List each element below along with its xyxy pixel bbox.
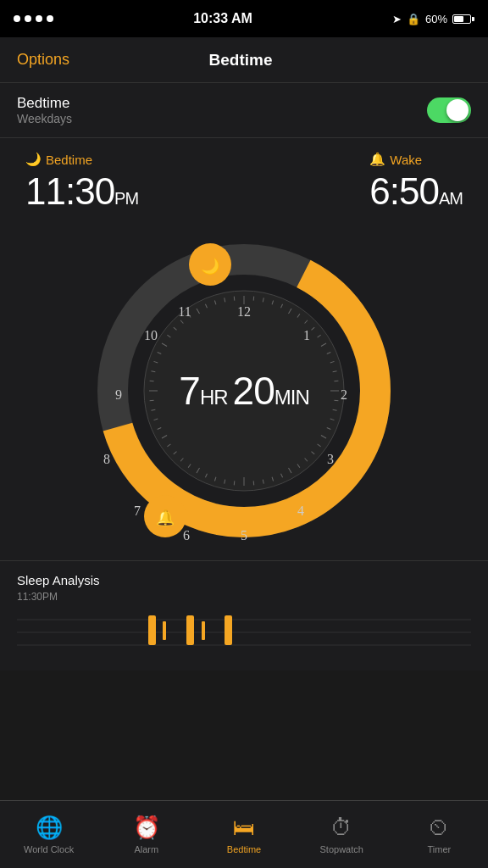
bedtime-time: 11:30PM: [25, 170, 138, 213]
battery-icon: [452, 14, 474, 24]
tab-alarm[interactable]: ⏰ Alarm: [97, 815, 195, 854]
tab-timer[interactable]: ⏲ Timer: [391, 815, 488, 854]
tab-world-clock-label: World Clock: [24, 844, 74, 854]
svg-line-51: [150, 400, 154, 401]
sleep-clock: 12 1 2 3 4 5 6 7 8 9 10 11 🌙 🔔 7HR20MIN: [0, 221, 488, 560]
svg-text:11: 11: [178, 304, 191, 319]
alarm-icon: ⏰: [133, 815, 160, 841]
svg-line-27: [334, 381, 338, 381]
location-icon: ➤: [392, 13, 402, 25]
tab-world-clock[interactable]: 🌐 World Clock: [0, 815, 97, 854]
tab-alarm-label: Alarm: [134, 844, 158, 854]
status-bar: 10:33 AM ➤ 🔒 60%: [0, 0, 488, 37]
page-title: Bedtime: [209, 51, 273, 70]
bell-icon: 🔔: [369, 152, 385, 167]
wake-block: 🔔 Wake 6:50AM: [369, 152, 463, 213]
svg-text:12: 12: [237, 304, 251, 319]
minutes-value: 20: [233, 369, 274, 413]
bedtime-icon: 🛏: [233, 815, 255, 841]
svg-text:3: 3: [327, 452, 334, 466]
svg-text:🌙: 🌙: [201, 257, 220, 275]
svg-text:7: 7: [134, 504, 141, 518]
nav-bar: Options Bedtime: [0, 37, 488, 83]
battery-percent: 60%: [425, 13, 447, 25]
bedtime-label: Bedtime Weekdays: [17, 95, 72, 125]
svg-line-63: [234, 297, 235, 301]
status-right: ➤ 🔒 60%: [392, 13, 474, 25]
tab-bedtime[interactable]: 🛏 Bedtime: [195, 815, 292, 854]
tab-bar: 🌐 World Clock ⏰ Alarm 🛏 Bedtime ⏱ Stopwa…: [0, 800, 488, 868]
sleep-duration: 7HR20MIN: [179, 368, 308, 414]
svg-rect-88: [202, 621, 205, 640]
signal-dots: [14, 15, 53, 22]
duration-display: 7HR20MIN: [179, 368, 308, 414]
svg-text:10: 10: [144, 328, 158, 342]
svg-line-28: [334, 400, 338, 401]
wake-time: 6:50AM: [369, 170, 463, 213]
moon-icon: 🌙: [25, 152, 42, 167]
bedtime-block: 🌙 Bedtime 11:30PM: [25, 152, 138, 213]
hours-value: 7: [179, 369, 200, 413]
tab-stopwatch[interactable]: ⏱ Stopwatch: [293, 815, 391, 854]
stopwatch-icon: ⏱: [330, 815, 352, 841]
svg-text:8: 8: [103, 452, 110, 466]
svg-text:4: 4: [297, 504, 304, 518]
svg-rect-86: [225, 615, 232, 645]
bedtime-toggle-row: Bedtime Weekdays: [0, 83, 488, 138]
bedtime-subtitle: Weekdays: [17, 112, 72, 125]
svg-line-40: [234, 481, 235, 485]
svg-rect-84: [148, 615, 156, 645]
svg-rect-85: [186, 615, 194, 645]
analysis-time: 11:30PM: [17, 591, 471, 603]
svg-text:6: 6: [183, 528, 190, 542]
analysis-title: Sleep Analysis: [17, 573, 471, 587]
svg-text:🔔: 🔔: [156, 509, 175, 527]
wake-label: 🔔 Wake: [369, 152, 463, 167]
options-button[interactable]: Options: [17, 51, 69, 69]
svg-rect-87: [163, 621, 166, 640]
tab-stopwatch-label: Stopwatch: [320, 844, 363, 854]
analysis-chart: [17, 611, 471, 662]
sleep-times: 🌙 Bedtime 11:30PM 🔔 Wake 6:50AM: [0, 138, 488, 221]
chart-svg: [17, 611, 471, 658]
svg-text:5: 5: [241, 528, 247, 542]
svg-text:2: 2: [341, 387, 347, 402]
world-clock-icon: 🌐: [36, 815, 63, 841]
timer-icon: ⏲: [428, 815, 450, 841]
bedtime-label: 🌙 Bedtime: [25, 152, 138, 167]
tab-timer-label: Timer: [428, 844, 452, 854]
tab-bedtime-label: Bedtime: [227, 844, 261, 854]
bedtime-toggle[interactable]: [427, 97, 471, 123]
svg-text:9: 9: [115, 387, 122, 402]
svg-line-16: [253, 297, 254, 301]
svg-text:1: 1: [303, 328, 310, 342]
status-time: 10:33 AM: [193, 11, 252, 26]
bedtime-title: Bedtime: [17, 95, 72, 112]
sleep-analysis: Sleep Analysis 11:30PM: [0, 560, 488, 670]
svg-line-39: [253, 481, 254, 485]
toggle-knob: [446, 99, 469, 121]
svg-line-52: [150, 381, 154, 381]
lock-icon: 🔒: [407, 13, 420, 25]
